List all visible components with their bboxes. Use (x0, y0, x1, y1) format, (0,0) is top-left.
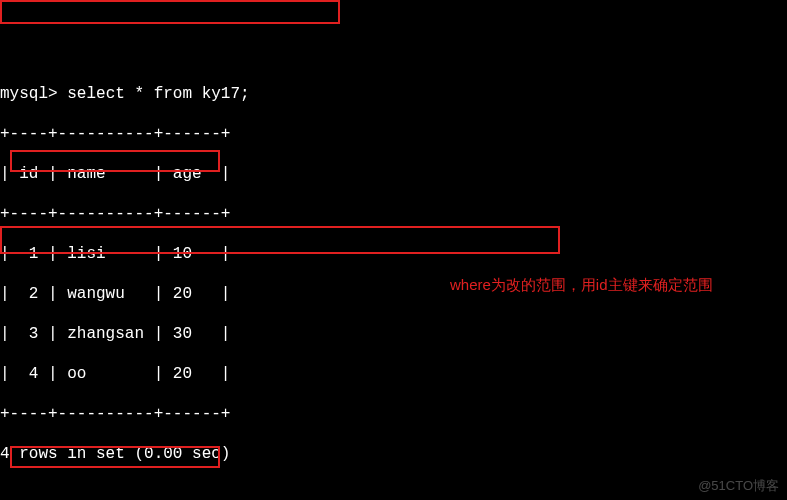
rows-in-set-1: 4 rows in set (0.00 sec) (0, 444, 787, 464)
prompt-line-1: mysql> select * from ky17; (0, 84, 787, 104)
table1-border-bot: +----+----------+------+ (0, 404, 787, 424)
sql-select-1: select * from ky17; (67, 85, 249, 103)
table1-row-3: | 3 | zhangsan | 30 | (0, 324, 787, 344)
mysql-prompt: mysql> (0, 85, 58, 103)
highlight-box-select-1 (0, 0, 340, 24)
table1-row-4: | 4 | oo | 20 | (0, 364, 787, 384)
blank-1 (0, 484, 787, 500)
table1-header: | id | name | age | (0, 164, 787, 184)
table1-border-mid: +----+----------+------+ (0, 204, 787, 224)
watermark: @51CTO博客 (698, 478, 779, 494)
table1-border-top: +----+----------+------+ (0, 124, 787, 144)
annotation-where: where为改的范围，用id主键来确定范围 (450, 276, 713, 295)
table1-row-1: | 1 | lisi | 10 | (0, 244, 787, 264)
